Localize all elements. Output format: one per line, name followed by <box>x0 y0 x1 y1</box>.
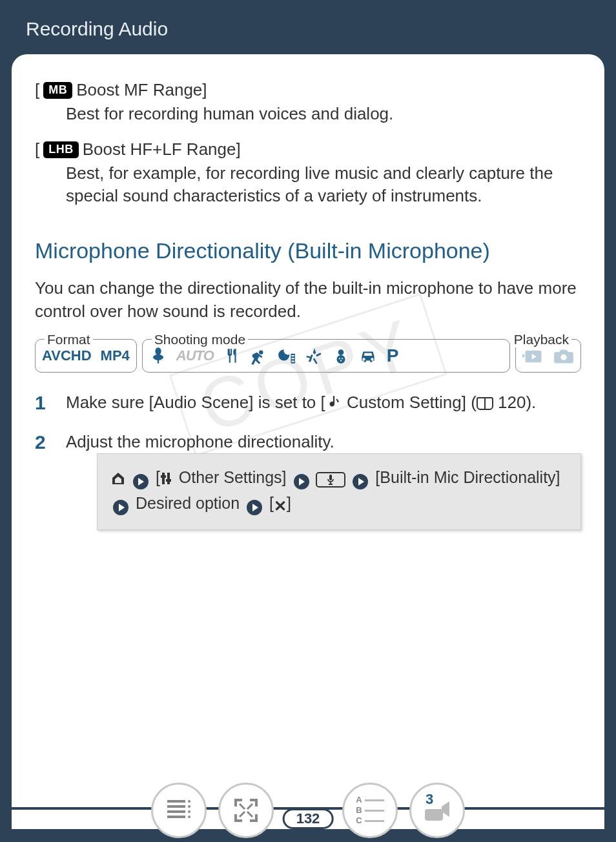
nav-arrow-icon <box>247 500 262 515</box>
section-intro: You can change the directionality of the… <box>35 276 581 323</box>
option-lhb-desc: Best, for example, for recording live mu… <box>66 162 581 207</box>
mp4-icon: MP4 <box>101 347 130 364</box>
svg-rect-15 <box>167 816 185 818</box>
nav-open-bracket: [ <box>265 494 274 512</box>
svg-point-4 <box>340 360 342 361</box>
home-icon <box>110 468 126 486</box>
car-icon <box>358 347 378 364</box>
expand-icon <box>232 796 260 825</box>
option-lhb: [LHB Boost HF+LF Range] Best, for exampl… <box>35 139 581 207</box>
nav-path-box: [ Other Settings] [Built-in Mic Directio… <box>97 453 581 529</box>
page-body: COPY [MB Boost MF Range] Best for record… <box>12 54 604 829</box>
svg-rect-12 <box>167 800 185 803</box>
svg-rect-9 <box>161 475 166 478</box>
p-mode-icon: P <box>387 345 399 366</box>
nav-mic-directionality: [Built-in Mic Directionality] <box>371 468 560 486</box>
format-group: Format AVCHD MP4 <box>35 339 137 373</box>
abc-index-icon: A B C <box>356 795 384 826</box>
nav-other-settings: Other Settings] <box>174 468 291 486</box>
svg-point-19 <box>188 816 190 818</box>
option-mb-label: Boost MF Range] <box>76 80 207 100</box>
option-mb-desc: Best for recording human voices and dial… <box>66 103 581 125</box>
svg-rect-14 <box>167 810 185 813</box>
option-mb-title: [MB Boost MF Range] <box>35 80 581 100</box>
shooting-label: Shooting mode <box>152 332 248 347</box>
svg-rect-7 <box>162 473 165 484</box>
svg-point-2 <box>339 358 340 359</box>
chapter-number: 3 <box>426 791 433 808</box>
snow-icon <box>333 347 349 365</box>
mic-tab-icon <box>316 472 345 488</box>
lhb-badge: LHB <box>43 141 79 158</box>
night-icon <box>277 347 296 365</box>
step-2-text: Adjust the microphone directionality. <box>66 432 334 451</box>
page-header: Recording Audio <box>0 0 616 54</box>
toc-button[interactable] <box>151 783 207 838</box>
sports-icon <box>249 347 268 365</box>
svg-point-16 <box>188 800 190 803</box>
svg-point-1 <box>336 354 345 363</box>
header-title: Recording Audio <box>26 18 168 39</box>
nav-arrow-icon <box>133 474 149 489</box>
svg-point-0 <box>338 349 344 355</box>
svg-rect-8 <box>167 473 170 484</box>
close-x-icon: ✕ <box>274 497 287 515</box>
nav-arrow-icon <box>294 474 309 489</box>
avchd-icon: AVCHD <box>42 347 92 364</box>
mb-badge: MB <box>43 82 72 99</box>
book-icon <box>477 397 493 410</box>
page-number[interactable]: 132 <box>283 808 334 829</box>
step-2: Adjust the microphone directionality. [ … <box>35 430 581 530</box>
section-heading: Microphone Directionality (Built-in Micr… <box>35 237 581 265</box>
svg-rect-13 <box>167 805 185 808</box>
option-lhb-label: Boost HF+LF Range] <box>83 139 241 159</box>
svg-rect-10 <box>166 479 171 482</box>
chapter-button[interactable]: 3 <box>409 783 465 838</box>
list-icon <box>165 797 193 823</box>
auto-icon: AUTO <box>176 347 214 364</box>
step-1-ref: 120). <box>493 393 537 412</box>
music-note-icon <box>327 393 341 416</box>
option-lhb-title: [LHB Boost HF+LF Range] <box>35 139 581 159</box>
fullscreen-button[interactable] <box>218 783 274 838</box>
video-play-icon <box>522 347 544 364</box>
fireworks-icon <box>305 347 323 365</box>
step-1-text-a: Make sure [Audio Scene] is set to [ <box>66 393 325 412</box>
svg-point-17 <box>188 805 190 808</box>
macro-icon <box>149 347 167 365</box>
steps-list: Make sure [Audio Scene] is set to [ Cust… <box>35 391 581 530</box>
option-mb: [MB Boost MF Range] Best for recording h… <box>35 80 581 125</box>
sliders-icon <box>160 468 174 486</box>
svg-point-18 <box>188 810 190 813</box>
nav-desired-option: Desired option <box>131 494 244 512</box>
nav-arrow-icon <box>353 474 368 489</box>
svg-rect-11 <box>329 475 332 480</box>
playback-group: Playback <box>515 339 581 373</box>
playback-label: Playback <box>511 332 571 347</box>
shooting-group: Shooting mode AUTO P <box>142 339 510 373</box>
svg-point-3 <box>342 358 343 359</box>
index-button[interactable]: A B C <box>342 783 398 838</box>
mode-row: Format AVCHD MP4 Shooting mode AUTO P Pl… <box>35 339 581 373</box>
svg-point-6 <box>560 354 566 360</box>
nav-arrow-icon <box>113 500 128 515</box>
photo-play-icon <box>553 347 574 364</box>
cutlery-icon <box>223 347 240 365</box>
step-1-text-b: Custom Setting] ( <box>342 393 477 412</box>
step-1: Make sure [Audio Scene] is set to [ Cust… <box>35 391 581 416</box>
format-label: Format <box>45 332 93 347</box>
